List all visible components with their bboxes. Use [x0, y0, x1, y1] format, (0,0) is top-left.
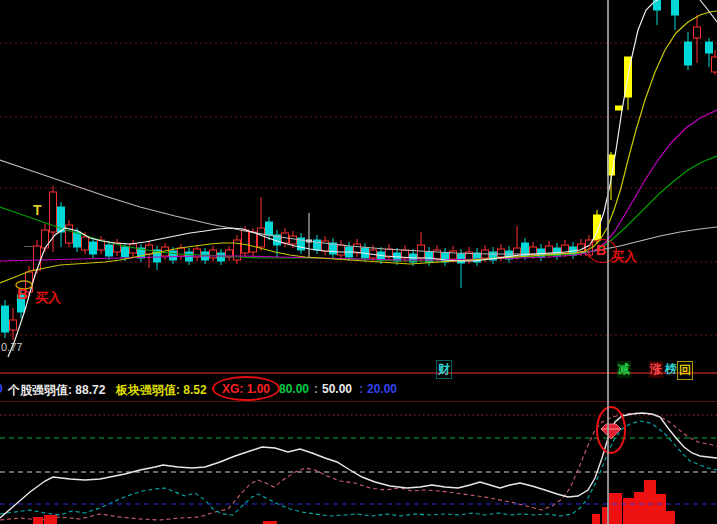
left-buy-label: 买入	[35, 291, 61, 304]
price-low-label: 0.77	[1, 342, 22, 353]
chart-canvas[interactable]	[0, 0, 717, 524]
finance-badge[interactable]: 财	[436, 360, 452, 379]
annotations	[16, 281, 625, 453]
stock-chart-window: T — 0.77 B 买入 B 买入 财 减 涨 榜 回 0 个股强弱值: 88…	[0, 0, 717, 524]
xg-highlight-circle	[212, 376, 280, 401]
level-50-value: 50.00	[322, 382, 352, 396]
left-buy-b-marker: B	[17, 286, 28, 301]
right-buy-circle	[588, 239, 617, 263]
moving-averages	[0, 0, 717, 357]
stock-strength-value: 个股强弱值: 88.72	[8, 382, 105, 399]
diamond-gem-icon	[601, 424, 621, 439]
rank-badge[interactable]: 榜	[664, 361, 678, 378]
sector-strength-value: 板块强弱值: 8.52	[116, 382, 207, 399]
t-marker: T	[33, 203, 42, 217]
crosshair-line[interactable]	[607, 0, 609, 524]
decrease-badge[interactable]: 减	[617, 361, 631, 378]
volume-histogram	[33, 480, 675, 524]
main-panel	[0, 0, 717, 357]
dash-marker: —	[24, 242, 33, 251]
caption-fragment: 0	[0, 382, 3, 396]
level-20-value: 20.00	[367, 382, 397, 396]
indicator-caption-bar[interactable]: 0 个股强弱值: 88.72 板块强弱值: 8.52 XG: 1.00 80.0…	[0, 372, 717, 402]
candles	[2, 0, 717, 340]
rise-badge[interactable]: 涨	[649, 361, 663, 378]
level-separator-2: :	[359, 382, 363, 396]
return-badge[interactable]: 回	[677, 361, 693, 380]
level-separator-1: :	[314, 382, 318, 396]
ma-white	[8, 0, 658, 357]
level-80-value: 80.00	[279, 382, 309, 396]
